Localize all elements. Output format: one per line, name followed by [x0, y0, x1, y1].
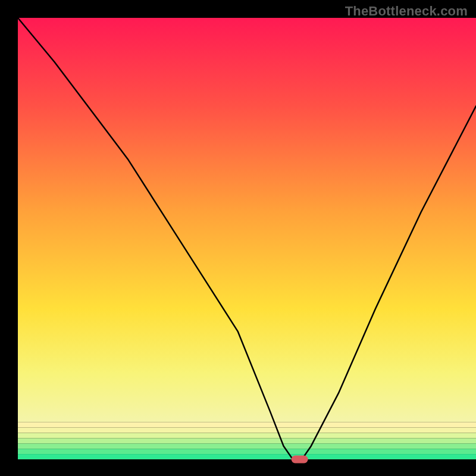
bottleneck-chart: [0, 0, 476, 476]
bottom-band: [18, 454, 476, 459]
bottom-band: [18, 443, 476, 449]
optimal-marker: [292, 456, 308, 464]
bottom-band: [18, 438, 476, 443]
bottom-band: [18, 422, 476, 428]
bottom-band: [18, 449, 476, 454]
bottom-band: [18, 433, 476, 438]
bottom-band: [18, 428, 476, 433]
gradient-background: [18, 18, 476, 422]
chart-frame: TheBottleneck.com: [0, 0, 476, 476]
